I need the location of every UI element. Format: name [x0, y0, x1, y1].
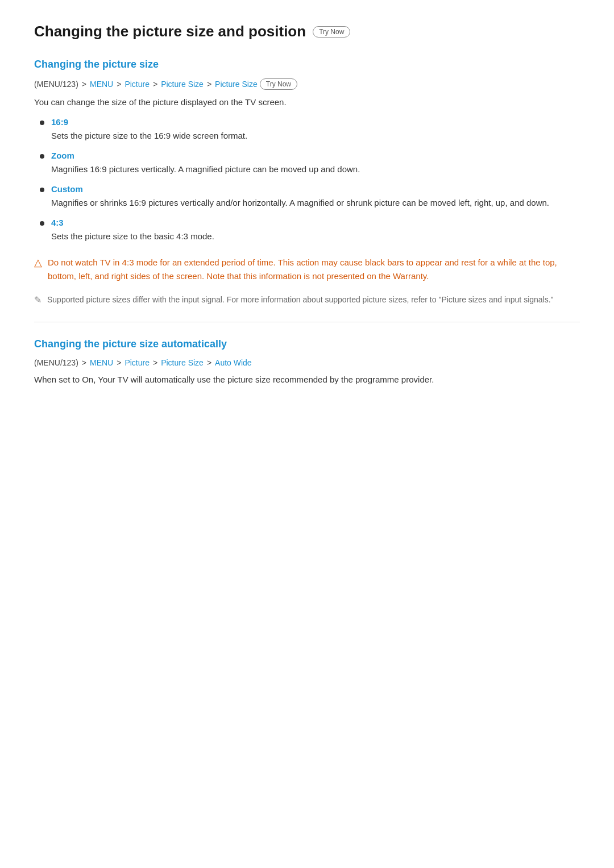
note-box: ✎ Supported picture sizes differ with th…: [34, 293, 580, 306]
page-title: Changing the picture size and position T…: [34, 23, 580, 40]
section-changing-picture-size: Changing the picture size (MENU/123) > M…: [34, 59, 580, 306]
try-now-badge-title[interactable]: Try Now: [313, 26, 350, 38]
term-169: 16:9: [51, 117, 580, 127]
list-item-custom: Custom Magnifies or shrinks 16:9 picture…: [34, 184, 580, 210]
bullet-content-169: 16:9 Sets the picture size to the 16:9 w…: [51, 117, 580, 143]
section1-title: Changing the picture size: [34, 59, 580, 70]
warning-icon: △: [34, 256, 42, 269]
bullet-dot-custom: [40, 188, 44, 192]
breadcrumb-sep4: >: [207, 80, 211, 89]
breadcrumb-sep2: >: [117, 80, 121, 89]
list-item-169: 16:9 Sets the picture size to the 16:9 w…: [34, 117, 580, 143]
bullet-dot-43: [40, 221, 44, 226]
section2-title: Changing the picture size automatically: [34, 338, 580, 350]
term-custom: Custom: [51, 184, 580, 194]
breadcrumb-section1: (MENU/123) > MENU > Picture > Picture Si…: [34, 78, 580, 90]
section2-body: When set to On, Your TV will automatical…: [34, 373, 580, 387]
breadcrumb-picture-size[interactable]: Picture Size: [161, 80, 204, 89]
bullet-content-zoom: Zoom Magnifies 16:9 pictures vertically.…: [51, 151, 580, 176]
bullet-content-custom: Custom Magnifies or shrinks 16:9 picture…: [51, 184, 580, 210]
bullet-dot-zoom: [40, 154, 44, 159]
breadcrumb-picture[interactable]: Picture: [125, 80, 150, 89]
list-item-zoom: Zoom Magnifies 16:9 pictures vertically.…: [34, 151, 580, 176]
breadcrumb-sep1: >: [82, 80, 86, 89]
breadcrumb2-sep1: >: [82, 358, 86, 367]
section-auto-picture-size: Changing the picture size automatically …: [34, 338, 580, 387]
section1-intro: You can change the size of the picture d…: [34, 95, 580, 109]
breadcrumb2-auto-wide[interactable]: Auto Wide: [215, 358, 252, 367]
breadcrumb-part1: (MENU/123): [34, 80, 78, 89]
bullet-content-43: 4:3 Sets the picture size to the basic 4…: [51, 218, 580, 243]
breadcrumb2-sep4: >: [207, 358, 211, 367]
term-zoom: Zoom: [51, 151, 580, 160]
breadcrumb2-picture-size[interactable]: Picture Size: [161, 358, 204, 367]
bullet-dot-169: [40, 121, 44, 125]
section-divider: [34, 322, 580, 322]
desc-169: Sets the picture size to the 16:9 wide s…: [51, 129, 580, 143]
note-text: Supported picture sizes differ with the …: [47, 293, 554, 306]
breadcrumb-menu[interactable]: MENU: [90, 80, 113, 89]
warning-box: △ Do not watch TV in 4:3 mode for an ext…: [34, 254, 580, 285]
breadcrumb2-sep2: >: [117, 358, 121, 367]
breadcrumb2-picture[interactable]: Picture: [125, 358, 150, 367]
breadcrumb2-part1: (MENU/123): [34, 358, 78, 367]
breadcrumb2-menu[interactable]: MENU: [90, 358, 113, 367]
desc-custom: Magnifies or shrinks 16:9 pictures verti…: [51, 196, 580, 210]
desc-43: Sets the picture size to the basic 4:3 m…: [51, 230, 580, 243]
try-now-badge-section1[interactable]: Try Now: [260, 78, 297, 90]
breadcrumb-section2: (MENU/123) > MENU > Picture > Picture Si…: [34, 358, 580, 367]
desc-zoom: Magnifies 16:9 pictures vertically. A ma…: [51, 163, 580, 176]
breadcrumb2-sep3: >: [153, 358, 157, 367]
breadcrumb-sep3: >: [153, 80, 157, 89]
breadcrumb-picture-size2[interactable]: Picture Size: [215, 80, 258, 89]
list-item-43: 4:3 Sets the picture size to the basic 4…: [34, 218, 580, 243]
warning-text: Do not watch TV in 4:3 mode for an exten…: [48, 256, 580, 283]
pencil-icon: ✎: [34, 294, 42, 305]
picture-size-options: 16:9 Sets the picture size to the 16:9 w…: [34, 117, 580, 243]
term-43: 4:3: [51, 218, 580, 227]
